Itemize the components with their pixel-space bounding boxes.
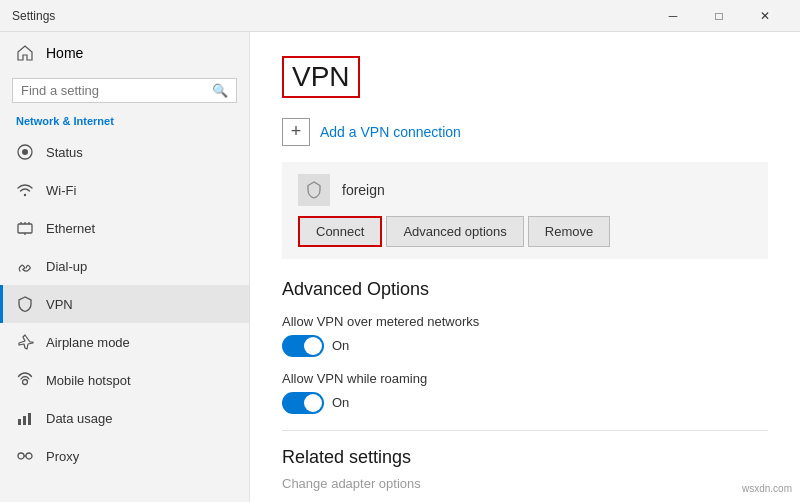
app-body: Home 🔍 Network & Internet Status [0, 32, 800, 502]
sidebar-item-dialup[interactable]: Dial-up [0, 247, 249, 285]
airplane-icon [16, 333, 34, 351]
minimize-button[interactable]: ─ [650, 0, 696, 32]
add-icon: + [282, 118, 310, 146]
remove-button[interactable]: Remove [528, 216, 610, 247]
vpn-card-header: foreign [298, 174, 752, 206]
wifi-icon [16, 181, 34, 199]
section-divider [282, 430, 768, 431]
toggle-roaming-state: On [332, 395, 349, 410]
advanced-options-title: Advanced Options [282, 279, 768, 300]
connect-button[interactable]: Connect [298, 216, 382, 247]
sidebar-item-wifi[interactable]: Wi-Fi [0, 171, 249, 209]
sidebar-item-dialup-label: Dial-up [46, 259, 87, 274]
sidebar-item-ethernet-label: Ethernet [46, 221, 95, 236]
vpn-action-buttons: Connect Advanced options Remove [298, 216, 752, 247]
sidebar-item-hotspot-label: Mobile hotspot [46, 373, 131, 388]
toggle-roaming: Allow VPN while roaming On [282, 371, 768, 414]
sidebar-item-datausage[interactable]: Data usage [0, 399, 249, 437]
vpn-icon [16, 295, 34, 313]
dialup-icon [16, 257, 34, 275]
svg-point-2 [24, 194, 26, 196]
datausage-icon [16, 409, 34, 427]
title-bar: Settings ─ □ ✕ [0, 0, 800, 32]
title-bar-controls: ─ □ ✕ [650, 0, 788, 32]
advanced-options-button[interactable]: Advanced options [386, 216, 523, 247]
sidebar-item-proxy-label: Proxy [46, 449, 79, 464]
toggle-roaming-control[interactable]: On [282, 392, 768, 414]
sidebar-section-title: Network & Internet [0, 111, 249, 133]
main-content: VPN + Add a VPN connection foreign Conne… [250, 32, 800, 502]
toggle-roaming-label: Allow VPN while roaming [282, 371, 768, 386]
hotspot-icon [16, 371, 34, 389]
sidebar-item-vpn-label: VPN [46, 297, 73, 312]
sidebar-item-wifi-label: Wi-Fi [46, 183, 76, 198]
sidebar-item-ethernet[interactable]: Ethernet [0, 209, 249, 247]
sidebar-item-proxy[interactable]: Proxy [0, 437, 249, 475]
toggle-metered-switch[interactable] [282, 335, 324, 357]
svg-rect-9 [18, 419, 21, 425]
svg-rect-10 [23, 416, 26, 425]
sidebar-item-airplane-label: Airplane mode [46, 335, 130, 350]
page-title: VPN [282, 56, 360, 98]
title-bar-title: Settings [12, 9, 55, 23]
vpn-card: foreign Connect Advanced options Remove [282, 162, 768, 259]
svg-point-13 [26, 453, 32, 459]
sidebar-item-home[interactable]: Home [0, 32, 249, 74]
svg-point-8 [23, 380, 28, 385]
related-settings-title: Related settings [282, 447, 768, 468]
sidebar-item-datausage-label: Data usage [46, 411, 113, 426]
sidebar-item-airplane[interactable]: Airplane mode [0, 323, 249, 361]
search-box[interactable]: 🔍 [12, 78, 237, 103]
sidebar-item-status-label: Status [46, 145, 83, 160]
search-input[interactable] [21, 83, 206, 98]
svg-rect-3 [18, 224, 32, 233]
toggle-metered-control[interactable]: On [282, 335, 768, 357]
svg-point-1 [22, 149, 28, 155]
toggle-roaming-switch[interactable] [282, 392, 324, 414]
svg-rect-11 [28, 413, 31, 425]
sidebar-item-status[interactable]: Status [0, 133, 249, 171]
sidebar-item-hotspot[interactable]: Mobile hotspot [0, 361, 249, 399]
toggle-metered-state: On [332, 338, 349, 353]
proxy-icon [16, 447, 34, 465]
add-vpn-label: Add a VPN connection [320, 124, 461, 140]
sidebar: Home 🔍 Network & Internet Status [0, 32, 250, 502]
maximize-button[interactable]: □ [696, 0, 742, 32]
toggle-metered-label: Allow VPN over metered networks [282, 314, 768, 329]
change-adapter-link[interactable]: Change adapter options [282, 476, 768, 491]
svg-point-12 [18, 453, 24, 459]
home-icon [16, 44, 34, 62]
add-vpn-button[interactable]: + Add a VPN connection [282, 118, 768, 146]
toggle-metered-networks: Allow VPN over metered networks On [282, 314, 768, 357]
sidebar-item-vpn[interactable]: VPN [0, 285, 249, 323]
close-button[interactable]: ✕ [742, 0, 788, 32]
search-icon: 🔍 [212, 83, 228, 98]
ethernet-icon [16, 219, 34, 237]
watermark: wsxdn.com [742, 483, 792, 494]
vpn-connection-name: foreign [342, 182, 385, 198]
sidebar-home-label: Home [46, 45, 83, 61]
status-icon [16, 143, 34, 161]
vpn-connection-icon [298, 174, 330, 206]
